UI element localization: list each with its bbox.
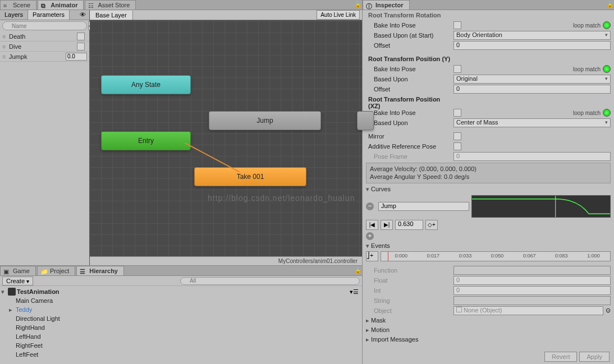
label-basedupon: Based Upon [366, 119, 453, 126]
tree-item[interactable]: RightHand [0, 323, 362, 332]
param-row[interactable]: ≡ Dive [0, 42, 89, 52]
param-name: Dive [9, 43, 77, 50]
tab-game[interactable]: ▣Game [0, 266, 36, 275]
bake-checkbox[interactable] [453, 21, 461, 29]
parameters-toggle[interactable]: Parameters [28, 10, 70, 20]
node-take001[interactable]: Take 001 [194, 167, 306, 186]
param-bool-checkbox[interactable] [77, 43, 85, 50]
tree-item[interactable]: RightFeet [0, 341, 362, 350]
prev-frame-button[interactable]: |◀ [366, 220, 378, 230]
add-curve-button[interactable]: + [366, 232, 374, 240]
bake-checkbox[interactable] [453, 65, 461, 73]
remove-curve-button[interactable]: − [366, 202, 374, 210]
node-anystate[interactable]: Any State [101, 75, 191, 94]
poseframe-input: 0 [453, 152, 611, 161]
basedupon-dropdown[interactable]: Body Orientation [453, 31, 611, 40]
label-float: Float [366, 277, 453, 284]
param-name: Death [9, 33, 77, 40]
foldout-curves[interactable]: Curves [363, 185, 614, 194]
curve-preview[interactable] [471, 195, 611, 218]
create-button[interactable]: Create ▾ [2, 277, 33, 285]
node-partial[interactable] [357, 111, 374, 130]
foldout-mask[interactable]: Mask [363, 316, 614, 325]
tree-scene-root[interactable]: ▾ TestAnimation ▾☰ [0, 287, 362, 296]
next-frame-button[interactable]: ▶| [381, 220, 393, 230]
drag-handle-icon[interactable]: ≡ [2, 33, 9, 40]
apply-button[interactable]: Apply [579, 352, 610, 362]
tree-item[interactable]: ▸Teddy [0, 305, 362, 314]
hierarchy-icon: ☰ [80, 268, 86, 275]
loopmatch-label: loop match [573, 110, 601, 116]
animator-graph[interactable]: Base Layer Auto Live Link Any State Entr… [90, 10, 362, 265]
unity-logo-icon [8, 288, 16, 296]
eye-icon[interactable]: 👁 [76, 10, 89, 20]
label-offset: Offset [366, 42, 453, 49]
drag-handle-icon[interactable]: ≡ [2, 53, 9, 60]
tree-item[interactable]: Directional Light [0, 314, 362, 323]
label-basedupon-start: Based Upon (at Start) [366, 32, 453, 39]
tab-project[interactable]: 📁Project [37, 266, 75, 275]
tree-item[interactable]: LeftFeet [0, 350, 362, 359]
offset-input[interactable]: 0 [453, 41, 611, 50]
mirror-checkbox[interactable] [453, 132, 461, 140]
timeline-cursor[interactable] [388, 252, 388, 261]
param-search-input[interactable] [2, 21, 87, 30]
tab-hierarchy[interactable]: ☰Hierarchy [76, 266, 124, 275]
inspector-tabs: ⓘInspector 🔒 [363, 0, 614, 10]
foldout-import-messages[interactable]: Import Messages [363, 335, 614, 344]
add-key-button[interactable]: ◇+ [425, 220, 438, 230]
drag-handle-icon[interactable]: ≡ [2, 43, 9, 50]
tree-item[interactable]: Main Camera [0, 296, 362, 305]
chevron-down-icon[interactable]: ▾ [1, 288, 8, 296]
curve-name-input[interactable]: Jump [378, 202, 469, 211]
tab-scene[interactable]: ⌗Scene [0, 0, 36, 10]
node-jump[interactable]: Jump [209, 111, 321, 130]
tab-inspector[interactable]: ⓘInspector [363, 0, 410, 10]
top-left-tabs: ⌗Scene ⧉Animator ☷Asset Store 🔒 [0, 0, 362, 10]
additive-ref-checkbox[interactable] [453, 142, 461, 150]
tab-animator[interactable]: ⧉Animator [38, 0, 84, 10]
label-bake: Bake Into Pose [366, 66, 453, 72]
offset-input[interactable]: 0 [453, 85, 611, 94]
average-velocity-box: Average Velocity: (0.000, 0.000, 0.000) … [366, 163, 611, 183]
hierarchy-search-input[interactable] [180, 277, 360, 285]
scene-name: TestAnimation [17, 288, 59, 295]
scene-menu-icon[interactable]: ▾☰ [350, 288, 359, 296]
breadcrumb[interactable]: Base Layer [90, 11, 133, 20]
function-input [453, 266, 611, 275]
section-root-rotation: Root Transform Rotation [366, 12, 453, 19]
loopmatch-label: loop match [573, 22, 601, 29]
param-row[interactable]: ≡ Death [0, 31, 89, 42]
lock-icon[interactable]: 🔒 [354, 1, 360, 7]
object-picker-icon[interactable]: ⊙ [606, 307, 611, 314]
param-row[interactable]: ≡ Jumpk [0, 52, 89, 62]
section-root-posy: Root Transform Position (Y) [366, 56, 453, 62]
layers-toggle[interactable]: Layers [0, 10, 28, 20]
events-timeline[interactable]: 0:000 0:017 0:033 0:050 0:067 0:083 1:00… [381, 251, 611, 261]
auto-live-link-button[interactable]: Auto Live Link [317, 10, 360, 20]
string-input [453, 296, 611, 305]
basedupon-dropdown[interactable]: Center of Mass [453, 118, 611, 127]
tree-item[interactable]: LeftHand [0, 332, 362, 341]
foldout-events[interactable]: Events [363, 241, 614, 251]
revert-button[interactable]: Revert [544, 352, 577, 362]
add-event-button[interactable]: ⎦+ [366, 251, 378, 261]
node-entry[interactable]: Entry [101, 131, 191, 150]
chevron-right-icon[interactable]: ▸ [9, 306, 16, 314]
float-input: 0 [453, 276, 611, 285]
lock-icon[interactable]: 🔒 [606, 1, 612, 7]
foldout-motion[interactable]: Motion [363, 325, 614, 335]
label-function: Function [366, 267, 453, 274]
param-float-input[interactable] [66, 53, 87, 61]
scene-icon: ⌗ [3, 2, 10, 9]
label-bake: Bake Into Pose [366, 22, 453, 29]
watermark-text: http://blog.csdn.net/leonardo_hualun [208, 193, 355, 202]
playback-time-input[interactable]: 0.630 [395, 220, 423, 230]
label-int: Int [366, 287, 453, 294]
animator-icon: ⧉ [41, 2, 48, 9]
basedupon-dropdown[interactable]: Original [453, 75, 611, 84]
tab-assetstore[interactable]: ☷Asset Store [85, 0, 136, 10]
lock-icon[interactable]: 🔒 [354, 267, 360, 273]
param-bool-checkbox[interactable] [77, 33, 85, 40]
bake-checkbox[interactable] [453, 109, 461, 117]
